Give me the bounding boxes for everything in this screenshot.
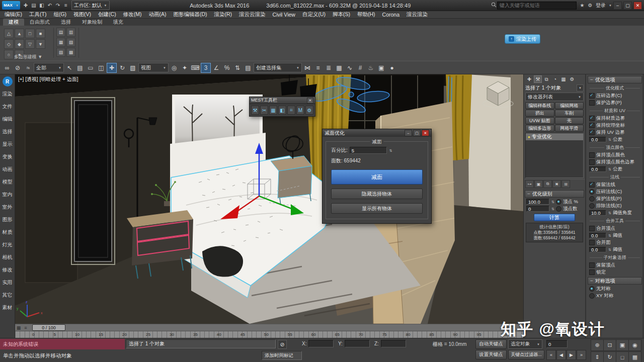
- menu-item[interactable]: 渲染(R): [211, 11, 236, 18]
- mest-tool-icon[interactable]: ⚒: [251, 106, 259, 115]
- quick-access-icon[interactable]: ◧: [38, 2, 46, 10]
- playback-icon[interactable]: «: [546, 350, 556, 360]
- timeline-menu-icon[interactable]: ≡: [22, 325, 29, 331]
- ribbon-tab-freeform[interactable]: 自由形式: [24, 19, 55, 26]
- toolbar-icon[interactable]: ◎: [169, 63, 179, 73]
- merge-faces-checkbox[interactable]: [589, 240, 595, 245]
- mest-titlebar[interactable]: MEST工具栏 ✕: [249, 97, 315, 104]
- toolbar-icon[interactable]: ≡: [313, 63, 323, 73]
- set-key-button[interactable]: 设置关键点: [475, 350, 507, 359]
- protect-borders-checkbox[interactable]: [589, 100, 595, 106]
- toolbar-icon[interactable]: ⌨: [190, 63, 200, 73]
- toolbar-icon[interactable]: ●: [387, 63, 397, 73]
- reduce-faces-dialog[interactable]: 减面优化 – ▢ ✕ 减面 百分比: 5 ⇅ 面数: 659442 减面 隐藏选…: [322, 129, 432, 224]
- minimize-icon[interactable]: –: [405, 130, 412, 136]
- mest-tool-icon[interactable]: ▦: [269, 106, 277, 115]
- reduce-button[interactable]: 减面: [331, 169, 423, 185]
- toolbar-icon[interactable]: #: [355, 63, 365, 73]
- keep-vertices-checkbox[interactable]: [589, 262, 595, 268]
- keep-vertex-colors-checkbox[interactable]: [589, 152, 595, 158]
- quick-access-icon[interactable]: ✚: [22, 2, 30, 10]
- select-and-move-button[interactable]: ✚: [107, 63, 117, 73]
- rollout-optimization-options[interactable]: 优化选项: [588, 76, 642, 83]
- crunch-borders-checkbox[interactable]: [589, 93, 595, 99]
- rollout-symmetry-options[interactable]: 对称选项: [588, 277, 642, 285]
- window-close-button[interactable]: ✕: [633, 2, 642, 10]
- protect-normals-radio[interactable]: [589, 196, 595, 202]
- spinner-icon[interactable]: ⇅: [608, 234, 611, 237]
- plugin-category-item[interactable]: 材质: [0, 226, 15, 238]
- mest-tool-icon[interactable]: M: [296, 106, 304, 115]
- plugin-category-item[interactable]: 选择: [0, 125, 15, 138]
- plugin-category-item[interactable]: 变换: [0, 150, 15, 163]
- toolbar-icon[interactable]: ▦: [334, 63, 344, 73]
- ribbon-tab-selection[interactable]: 选择: [55, 19, 76, 26]
- sign-in-button[interactable]: 登录▼: [596, 2, 612, 9]
- xy-symmetry-radio[interactable]: [589, 293, 595, 299]
- mest-tool-icon[interactable]: ◧: [278, 106, 286, 115]
- plugin-category-item[interactable]: 显示: [0, 138, 15, 150]
- ribbon-icon[interactable]: ◆: [15, 39, 24, 49]
- tab-utilities-icon[interactable]: ⚙: [568, 75, 576, 83]
- tab-display-icon[interactable]: ▦: [559, 75, 568, 83]
- ribbon-tab-object-paint[interactable]: 对象绘制: [76, 19, 108, 26]
- toolbar-icon[interactable]: ⊘: [13, 63, 23, 73]
- plugin-category-item[interactable]: 实用: [0, 276, 15, 289]
- menu-item[interactable]: 工具(T): [26, 11, 50, 18]
- keep-material-boundaries-checkbox[interactable]: [589, 116, 595, 121]
- show-all-button[interactable]: 显示所有物体: [331, 203, 423, 214]
- ribbon-icon[interactable]: ◇: [4, 39, 14, 49]
- toolbar-icon[interactable]: ◫: [96, 63, 106, 73]
- toolbar-icon[interactable]: ∠: [211, 63, 221, 73]
- stack-tool-icon[interactable]: ✖: [552, 180, 561, 188]
- ribbon-icon[interactable]: ▦: [56, 38, 65, 47]
- toolbar-icon[interactable]: %: [222, 63, 232, 73]
- stack-tool-icon[interactable]: ▣: [534, 180, 543, 188]
- percent-input[interactable]: 5: [350, 147, 387, 154]
- selected-objects-dropdown[interactable]: 选定对象▼: [508, 339, 542, 349]
- timeline-config-icon[interactable]: ▦: [15, 325, 22, 331]
- viewport-nav-icon[interactable]: ↻: [603, 351, 616, 362]
- spinner-icon[interactable]: ⇅: [389, 149, 392, 152]
- plugin-category-item[interactable]: 素材: [0, 301, 15, 314]
- menu-item[interactable]: 组(G): [50, 11, 70, 18]
- ribbon-icon[interactable]: □: [25, 29, 35, 38]
- stack-item-prooptimizer[interactable]: ● 专业优化: [526, 133, 583, 140]
- plugin-category-item[interactable]: 文件: [0, 100, 15, 113]
- playback-icon[interactable]: ▶: [567, 350, 576, 360]
- quick-access-icon[interactable]: ▤: [30, 2, 38, 10]
- no-symmetry-radio[interactable]: [589, 286, 595, 292]
- spinner-icon[interactable]: ⇅: [608, 248, 611, 251]
- menu-item[interactable]: 自定义(U): [299, 11, 329, 18]
- menu-item[interactable]: Civil View: [269, 12, 299, 18]
- menu-item[interactable]: 帮助(H): [354, 11, 379, 18]
- tab-modify-icon[interactable]: ⚒: [534, 75, 542, 83]
- menu-item[interactable]: 渲云渲染: [403, 11, 431, 18]
- menu-item[interactable]: 脚本(S): [329, 11, 354, 18]
- toolbar-icon[interactable]: ▤: [243, 63, 253, 73]
- menu-item[interactable]: 视图(V): [70, 11, 95, 18]
- merge-faces-threshold-input[interactable]: 0.0: [589, 247, 606, 252]
- modifier-button[interactable]: 编辑样条线: [525, 102, 554, 109]
- quick-access-icon[interactable]: ↶: [46, 2, 54, 10]
- calculate-button[interactable]: 计算: [534, 214, 575, 221]
- plugin-category-item[interactable]: 灯光: [0, 238, 15, 251]
- normal-threshold-input[interactable]: 10.0: [589, 210, 606, 216]
- toolbar-icon[interactable]: ∿: [345, 63, 355, 73]
- tab-hierarchy-icon[interactable]: ⧉: [542, 75, 550, 83]
- mest-tool-icon[interactable]: ⌗: [287, 106, 295, 115]
- toolbar-icon[interactable]: ⇅: [232, 63, 243, 73]
- key-filters-button[interactable]: 关键点过滤器...: [508, 350, 544, 359]
- current-frame-input[interactable]: 0: [546, 340, 568, 348]
- menu-item[interactable]: 修改(M): [120, 11, 145, 18]
- selection-filter-dropdown[interactable]: 全部▼: [34, 63, 64, 72]
- named-selection-sets-dropdown[interactable]: 创建选择集▼: [254, 63, 302, 72]
- viewport-nav-icon[interactable]: ⊡: [603, 339, 616, 351]
- toolbar-icon[interactable]: ✦: [180, 63, 190, 73]
- app-menu-button[interactable]: MAX▼: [2, 1, 20, 10]
- viewport-nav-icon[interactable]: ▣: [616, 339, 629, 351]
- maximize-icon[interactable]: ▢: [413, 130, 421, 136]
- vertex-percent-input[interactable]: 100.0: [526, 199, 549, 205]
- modifier-button[interactable]: 编辑多边形: [525, 125, 554, 132]
- plugin-logo[interactable]: R: [3, 76, 13, 86]
